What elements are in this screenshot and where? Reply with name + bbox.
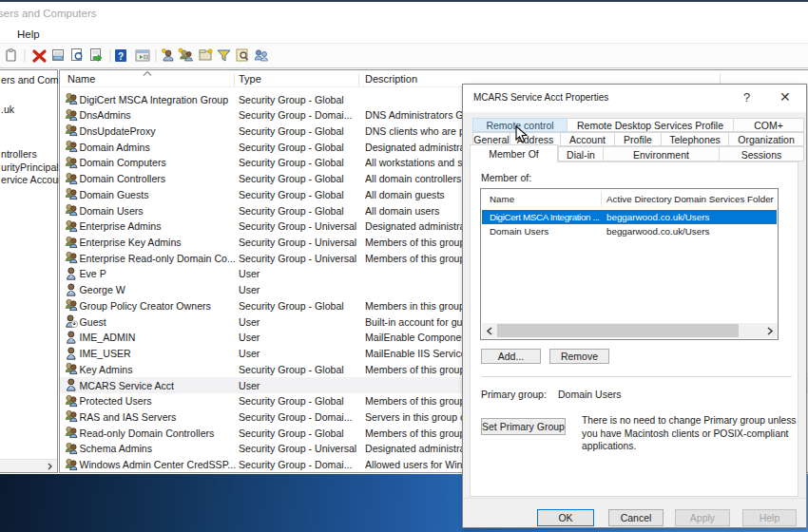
- svg-text:?: ?: [118, 51, 124, 62]
